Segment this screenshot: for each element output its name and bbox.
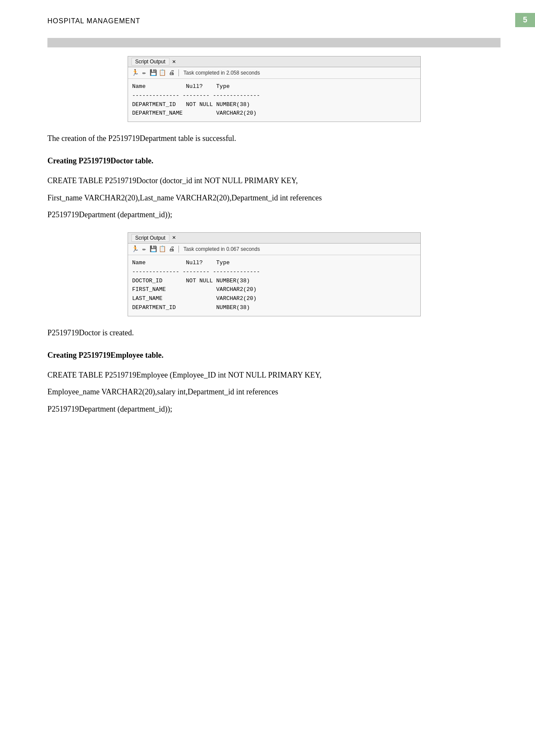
print-icon[interactable]: 🖨 [168,69,175,77]
toolbar-sep2 [178,246,179,253]
employee-code-line1: CREATE TABLE P2519719Employee (Employee_… [47,367,501,384]
doctor-tab-label[interactable]: Script Output [131,234,169,242]
employee-code-line2: Employee_name VARCHAR2(20),salary int,De… [47,384,501,401]
top-toolbar-decorative [47,38,501,47]
doctor-output-box: Script Output ✕ 🏃 ✏️ 💾 📋 🖨 Task complete… [128,232,421,316]
doctor-tab-row: Script Output ✕ [128,233,420,244]
page-number-badge: 5 [515,13,535,27]
department-success-text: The creation of the P2519719Department t… [47,131,501,146]
doctor-success-text: P2519719Doctor is created. [47,325,501,341]
page-container: 5 HOSPITAL MANAGEMENT Script Output ✕ 🏃 … [0,0,535,756]
toolbar-sep [178,69,179,76]
header-title: HOSPITAL MANAGEMENT [47,17,501,25]
department-output-content: Name Null? Type -------------- -------- … [128,79,420,122]
doctor-toolbar-status: Task completed in 0.067 seconds [184,246,260,252]
doctor-toolbar: 🏃 ✏️ 💾 📋 🖨 Task completed in 0.067 secon… [128,244,420,255]
run-icon2[interactable]: 🏃 [131,245,139,253]
doctor-section-heading: Creating P2519719Doctor table. [47,156,501,166]
copy-icon2[interactable]: 📋 [159,245,166,253]
run-icon[interactable]: 🏃 [131,69,139,77]
employee-code-line3: P2519719Department (department_id)); [47,401,501,418]
copy-icon[interactable]: 📋 [159,69,166,77]
doctor-code-line1: CREATE TABLE P2519719Doctor (doctor_id i… [47,172,501,190]
save-icon[interactable]: 💾 [150,69,157,77]
department-output-box: Script Output ✕ 🏃 ✏️ 💾 📋 🖨 Task complete… [128,56,421,122]
doctor-code-line3: P2519719Department (department_id)); [47,206,501,224]
doctor-code-block: CREATE TABLE P2519719Doctor (doctor_id i… [47,172,501,224]
doctor-code-line2: First_name VARCHAR2(20),Last_name VARCHA… [47,190,501,207]
print-icon2[interactable]: 🖨 [168,245,175,253]
department-tab-row: Script Output ✕ [128,56,420,67]
employee-code-block: CREATE TABLE P2519719Employee (Employee_… [47,367,501,418]
edit-icon2[interactable]: ✏️ [141,245,148,253]
doctor-output-content: Name Null? Type -------------- -------- … [128,255,420,316]
save-icon2[interactable]: 💾 [150,245,157,253]
department-tab-label[interactable]: Script Output [131,58,169,66]
edit-icon[interactable]: ✏️ [141,69,148,77]
department-toolbar-status: Task completed in 2.058 seconds [184,70,260,76]
employee-section-heading: Creating P2519719Employee table. [47,351,501,360]
department-toolbar: 🏃 ✏️ 💾 📋 🖨 Task completed in 2.058 secon… [128,67,420,79]
